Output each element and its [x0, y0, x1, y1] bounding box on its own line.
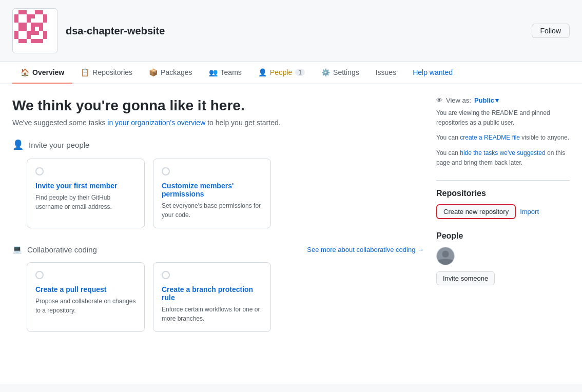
svg-rect-26 [27, 35, 31, 39]
card-radio-4 [162, 271, 170, 279]
svg-rect-32 [39, 39, 43, 43]
desc3-before: You can [436, 149, 460, 156]
person-avatar-1 [436, 247, 455, 265]
import-link[interactable]: Import [520, 208, 539, 215]
coding-section-left: 💻 Collaborative coding [12, 245, 97, 254]
view-as-section: 👁 View as: Public ▾ You are viewing the … [436, 96, 570, 168]
svg-rect-29 [23, 39, 27, 43]
main-layout: We think you're gonna like it here. We'v… [0, 84, 582, 384]
sidebar-repositories-title: Repositories [436, 189, 570, 198]
svg-rect-20 [14, 31, 18, 35]
invite-section: 👤 Invite your people Invite your first m… [12, 139, 424, 228]
gear-icon: ⚙️ [321, 68, 330, 76]
pull-request-title[interactable]: Create a pull request [35, 285, 136, 293]
view-as-label: View as: [446, 96, 471, 104]
svg-rect-17 [23, 27, 27, 31]
customize-permissions-title[interactable]: Customize members' permissions [162, 182, 262, 198]
invite-someone-button[interactable]: Invite someone [436, 271, 495, 285]
invite-first-member-desc: Find people by their GitHub username or … [35, 193, 136, 211]
sidebar-desc-1: You are viewing the README and pinned re… [436, 108, 570, 128]
page-subtext: We've suggested some tasks in your organ… [12, 119, 424, 127]
create-readme-link[interactable]: create a README file [460, 134, 520, 141]
card-radio-1 [35, 167, 44, 175]
view-as-value: Public [474, 96, 494, 104]
svg-rect-0 [18, 10, 23, 14]
repo-actions: Create new repository Import [436, 204, 570, 219]
code-icon: 💻 [12, 245, 22, 254]
nav-overview[interactable]: 🏠 Overview [12, 62, 72, 84]
chevron-down-icon: ▾ [495, 96, 499, 104]
svg-rect-19 [39, 27, 43, 31]
invite-section-title: Invite your people [29, 141, 89, 149]
svg-rect-6 [31, 14, 35, 18]
coding-cards: Create a pull request Propose and collab… [27, 262, 424, 332]
org-avatar [12, 8, 57, 53]
svg-rect-10 [43, 18, 47, 23]
svg-rect-7 [43, 14, 47, 18]
customize-permissions-card: Customize members' permissions Set every… [153, 159, 271, 228]
invite-first-member-card: Invite your first member Find people by … [27, 159, 145, 228]
nav-people[interactable]: 👤 People 1 [250, 62, 313, 84]
nav-packages-label: Packages [161, 68, 192, 76]
pull-request-card: Create a pull request Propose and collab… [27, 262, 145, 332]
eye-icon: 👁 [436, 96, 443, 104]
svg-rect-21 [27, 31, 31, 35]
sidebar-people-section: People Invite someone [436, 231, 570, 285]
svg-rect-27 [43, 35, 47, 39]
branch-protection-title[interactable]: Create a branch protection rule [162, 285, 262, 302]
svg-rect-24 [43, 31, 47, 35]
sidebar-desc-2: You can create a README file visible to … [436, 133, 570, 143]
branch-protection-card: Create a branch protection rule Enforce … [153, 262, 271, 332]
page-headline: We think you're gonna like it here. [12, 96, 424, 114]
nav-overview-label: Overview [32, 68, 64, 76]
main-content: We think you're gonna like it here. We'v… [12, 96, 424, 371]
coding-section: 💻 Collaborative coding See more about co… [12, 245, 424, 332]
nav-issues-label: Issues [376, 68, 396, 76]
svg-rect-23 [35, 31, 39, 35]
svg-rect-25 [14, 35, 18, 39]
svg-rect-8 [14, 18, 18, 23]
org-name: dsa-chapter-website [66, 25, 523, 37]
nav-packages[interactable]: 📦 Packages [141, 62, 200, 84]
nav-settings[interactable]: ⚙️ Settings [313, 62, 367, 84]
svg-rect-16 [18, 27, 23, 31]
person-outline-icon: 👤 [12, 139, 24, 150]
svg-rect-15 [39, 23, 43, 27]
person-icon: 👤 [258, 68, 267, 76]
view-as-row: 👁 View as: Public ▾ [436, 96, 570, 104]
create-new-repository-button[interactable]: Create new repository [436, 204, 516, 219]
invite-cards: Invite your first member Find people by … [27, 159, 424, 228]
nav-teams[interactable]: 👥 Teams [201, 62, 250, 84]
book-icon: 📋 [81, 68, 89, 76]
svg-rect-28 [18, 39, 23, 43]
view-as-dropdown[interactable]: Public ▾ [474, 96, 499, 104]
svg-rect-9 [27, 18, 31, 23]
nav-help-wanted[interactable]: Help wanted [404, 62, 461, 84]
nav-help-wanted-label: Help wanted [413, 68, 453, 76]
desc2-before: You can [436, 134, 460, 141]
nav-issues[interactable]: Issues [367, 62, 404, 84]
svg-rect-31 [35, 39, 39, 43]
nav-repositories[interactable]: 📋 Repositories [72, 62, 141, 84]
card-radio-2 [162, 167, 170, 175]
svg-point-34 [442, 251, 449, 258]
invite-section-header: 👤 Invite your people [12, 139, 424, 150]
customize-permissions-desc: Set everyone's base permissions for your… [162, 201, 262, 220]
sidebar-desc-3: You can hide the tasks we've suggested o… [436, 148, 570, 168]
hide-tasks-link[interactable]: hide the tasks we've suggested [460, 149, 545, 156]
see-more-coding-link[interactable]: See more about collaborative coding → [307, 246, 424, 253]
sidebar-divider-1 [436, 180, 570, 181]
sidebar-people-title: People [436, 231, 570, 241]
invite-first-member-title[interactable]: Invite your first member [35, 182, 136, 190]
svg-rect-14 [35, 23, 39, 27]
nav-bar: 🏠 Overview 📋 Repositories 📦 Packages 👥 T… [0, 62, 582, 84]
nav-people-label: People [270, 68, 293, 76]
sidebar-repositories-section: Repositories Create new repository Impor… [436, 189, 570, 219]
svg-rect-12 [23, 23, 27, 27]
svg-rect-4 [14, 14, 18, 18]
subtext-link[interactable]: in your organization's overview [107, 119, 205, 127]
nav-settings-label: Settings [333, 68, 359, 76]
nav-teams-label: Teams [221, 68, 242, 76]
follow-button[interactable]: Follow [532, 24, 570, 38]
svg-rect-13 [31, 23, 35, 27]
